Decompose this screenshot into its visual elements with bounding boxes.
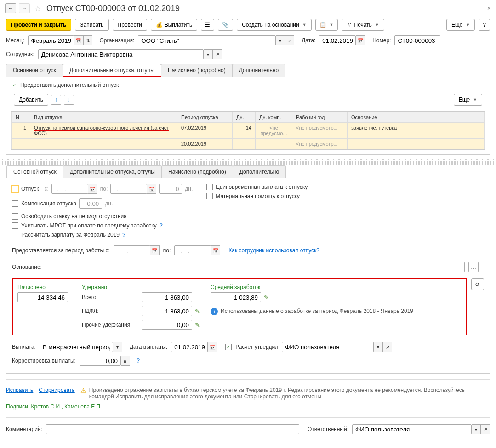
period-from-input[interactable] [114,245,150,255]
total-label: Всего: [82,294,142,301]
approved-checkbox[interactable]: ✓ [225,344,232,350]
attachment-button[interactable]: 📎 [218,19,233,31]
correction-help-icon[interactable]: ? [137,357,140,364]
correction-calc-button[interactable]: 🖩 [121,356,130,366]
approved-open[interactable]: ↗ [383,342,392,352]
period-from-cell: 07.02.2019 [177,123,233,139]
month-spinner[interactable]: ⇅ [83,35,92,45]
vacation-to-input[interactable] [110,184,147,194]
action-dropdown-button[interactable]: 📋▼ [315,19,338,31]
date-input[interactable] [319,35,356,45]
calc-salary-checkbox[interactable] [12,232,18,238]
tab2-additional[interactable]: Дополнительно [233,165,286,178]
signatures-link[interactable]: Подписи: Кротов С.И., Каменева Е.П. [6,403,102,410]
employee-open-button[interactable]: ↗ [213,49,222,59]
table-row[interactable]: 1 Отпуск на период санаторно-курортного … [12,123,485,139]
tab2-main[interactable]: Основной отпуск [6,165,63,178]
org-open-button[interactable]: ↗ [285,35,294,45]
tab-main-vacation[interactable]: Основной отпуск [6,64,63,77]
month-calendar-button[interactable]: 📅 [74,35,83,45]
org-dropdown-button[interactable]: ▾ [276,35,285,45]
basis-input[interactable] [46,262,465,272]
approved-dropdown[interactable]: ▾ [374,342,383,352]
mrot-label: Учитывать МРОТ при оплате по среднему за… [21,222,157,229]
reverse-link[interactable]: Сторнировать [39,387,74,393]
tab-additional[interactable]: Дополнительно [232,64,285,77]
grant-extra-checkbox[interactable]: ✓ [11,82,17,88]
submit-close-button[interactable]: Провести и закрыть [6,19,71,31]
payment-type-input[interactable] [40,342,113,352]
grant-extra-label: Предоставить дополнительный отпуск [20,82,119,88]
comment-input[interactable] [46,424,299,434]
vacation-to-cal[interactable]: 📅 [147,184,156,194]
period-from-cal[interactable]: 📅 [150,245,160,255]
tab-extra-vacation[interactable]: Дополнительные отпуска, отгулы [63,64,161,77]
responsible-open[interactable]: ↗ [481,424,490,434]
ndfl-value[interactable] [142,306,192,316]
more-button[interactable]: Еще▼ [446,19,475,31]
approved-input[interactable] [282,342,374,352]
other-edit-icon[interactable]: ✎ [195,322,200,329]
mrot-help-icon[interactable]: ? [160,222,163,229]
vacation-from-cal[interactable]: 📅 [88,184,97,194]
lump-sum-label: Единовременная выплата к отпуску [216,184,308,190]
avg-edit-icon[interactable]: ✎ [264,294,269,301]
other-value[interactable] [142,320,192,330]
nav-forward-button[interactable]: → [19,3,30,13]
days-cell: 14 [233,123,256,139]
avg-value[interactable] [211,292,261,302]
col-type: Вид отпуска [30,112,177,123]
responsible-dropdown[interactable]: ▾ [472,424,481,434]
lump-sum-checkbox[interactable] [206,184,213,190]
payment-date-input[interactable] [171,342,208,352]
vacation-type-cell: Отпуск на период санаторно-курортного ле… [34,125,169,136]
accrued-value[interactable] [17,292,68,302]
release-rate-checkbox[interactable] [12,213,18,220]
number-input[interactable] [394,35,440,45]
table-more-button[interactable]: Еще▼ [454,94,482,106]
compensation-checkbox[interactable] [12,200,18,207]
tab2-accrued[interactable]: Начислено (подробно) [161,165,233,178]
payment-date-cal[interactable]: 📅 [208,342,217,352]
responsible-input[interactable] [352,424,472,434]
total-value[interactable] [142,292,192,302]
period-to-cal[interactable]: 📅 [211,245,220,255]
vacation-checkbox[interactable] [12,186,18,192]
compensation-value-input[interactable] [79,198,102,209]
move-up-button[interactable]: ↑ [51,95,61,105]
move-down-button[interactable]: ↓ [64,95,74,105]
refresh-button[interactable]: ⟳ [471,278,484,290]
add-row-button[interactable]: Добавить [14,94,48,106]
tab2-extra[interactable]: Дополнительные отпуска, отгулы [63,165,162,178]
period-to-input[interactable] [174,245,211,255]
month-input[interactable] [28,35,74,45]
fix-link[interactable]: Исправить [6,387,33,393]
nav-back-button[interactable]: ← [5,3,16,13]
ndfl-edit-icon[interactable]: ✎ [195,308,200,315]
basis-ellipsis-button[interactable]: … [468,262,479,272]
material-aid-checkbox[interactable] [206,193,213,199]
calc-help-icon[interactable]: ? [122,232,125,238]
favorite-star-icon[interactable]: ☆ [34,4,41,13]
table-row[interactable]: 20.02.2019 <не предусмотр... [12,139,485,149]
employee-dropdown-button[interactable]: ▾ [204,49,213,59]
submit-button[interactable]: Провести [113,19,147,31]
tab-accrued-detail[interactable]: Начислено (подробно) [161,64,233,77]
save-button[interactable]: Записать [75,19,108,31]
vacation-days-input[interactable] [159,184,182,194]
correction-input[interactable] [80,356,121,366]
mrot-checkbox[interactable] [12,222,18,229]
usage-link[interactable]: Как сотрудник использовал отпуск? [228,247,319,254]
pay-button[interactable]: 💰Выплатить [151,19,198,31]
close-icon[interactable]: × [487,5,491,12]
payment-dropdown[interactable]: ▾ [113,342,122,352]
print-button[interactable]: 🖨Печать▼ [342,19,384,31]
employee-input[interactable] [38,49,204,59]
list-icon-button[interactable]: ☰ [201,19,214,31]
vacation-from-input[interactable] [51,184,88,194]
date-calendar-button[interactable]: 📅 [356,35,365,45]
create-based-button[interactable]: Создать на основании▼ [237,19,311,31]
help-button[interactable]: ? [479,19,490,31]
warning-text: Произведено отражение зарплаты в бухгалт… [89,387,490,400]
org-input[interactable] [138,35,276,45]
